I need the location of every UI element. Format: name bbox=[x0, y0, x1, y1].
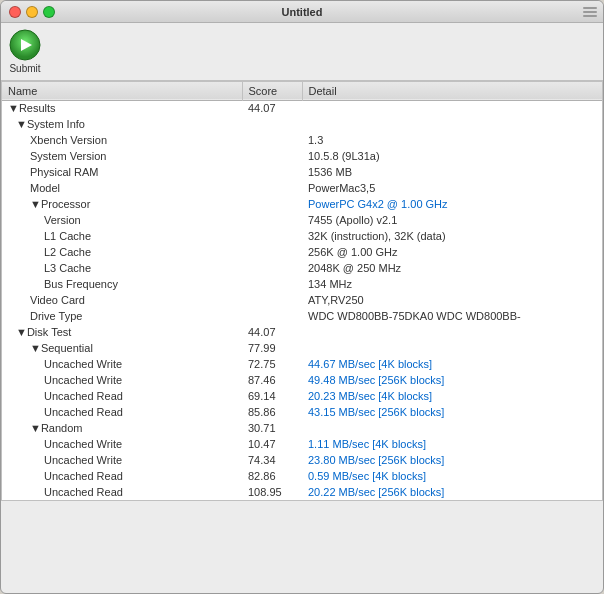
row-name: Physical RAM bbox=[2, 164, 242, 180]
row-detail: 2048K @ 250 MHz bbox=[302, 260, 603, 276]
row-detail bbox=[302, 116, 603, 132]
row-detail: 1536 MB bbox=[302, 164, 603, 180]
row-name: System Version bbox=[2, 148, 242, 164]
table-row: L2 Cache256K @ 1.00 GHz bbox=[2, 244, 603, 260]
row-detail: 23.80 MB/sec [256K blocks] bbox=[302, 452, 603, 468]
row-detail: 0.59 MB/sec [4K blocks] bbox=[302, 468, 603, 484]
row-score bbox=[242, 180, 302, 196]
row-name: ▼Sequential bbox=[2, 340, 242, 356]
col-header-name[interactable]: Name bbox=[2, 82, 242, 100]
row-score bbox=[242, 116, 302, 132]
row-detail: 134 MHz bbox=[302, 276, 603, 292]
row-score: 10.47 bbox=[242, 436, 302, 452]
row-name: ▼Results bbox=[2, 100, 242, 116]
row-score: 72.75 bbox=[242, 356, 302, 372]
row-score bbox=[242, 308, 302, 324]
row-name: Video Card bbox=[2, 292, 242, 308]
row-name: Uncached Write bbox=[2, 452, 242, 468]
close-button[interactable] bbox=[9, 6, 21, 18]
table-row: Uncached Write10.471.11 MB/sec [4K block… bbox=[2, 436, 603, 452]
row-name: L1 Cache bbox=[2, 228, 242, 244]
row-detail: 49.48 MB/sec [256K blocks] bbox=[302, 372, 603, 388]
row-detail: PowerPC G4x2 @ 1.00 GHz bbox=[302, 196, 603, 212]
table-row: ▼Results44.07 bbox=[2, 100, 603, 116]
row-detail: WDC WD800BB-75DKA0 WDC WD800BB- bbox=[302, 308, 603, 324]
row-score bbox=[242, 148, 302, 164]
row-name: ▼Processor bbox=[2, 196, 242, 212]
row-score bbox=[242, 132, 302, 148]
row-detail bbox=[302, 340, 603, 356]
row-name: Bus Frequency bbox=[2, 276, 242, 292]
row-name: Uncached Write bbox=[2, 372, 242, 388]
table-row: ▼Disk Test44.07 bbox=[2, 324, 603, 340]
row-detail bbox=[302, 100, 603, 116]
table-row: L1 Cache32K (instruction), 32K (data) bbox=[2, 228, 603, 244]
table-row: ModelPowerMac3,5 bbox=[2, 180, 603, 196]
table-row: Xbench Version1.3 bbox=[2, 132, 603, 148]
row-name: ▼Disk Test bbox=[2, 324, 242, 340]
maximize-button[interactable] bbox=[43, 6, 55, 18]
row-detail: 43.15 MB/sec [256K blocks] bbox=[302, 404, 603, 420]
table-header-row: Name Score Detail bbox=[2, 82, 603, 100]
row-name: Version bbox=[2, 212, 242, 228]
row-name: Model bbox=[2, 180, 242, 196]
row-detail: 10.5.8 (9L31a) bbox=[302, 148, 603, 164]
table-row: Uncached Write72.7544.67 MB/sec [4K bloc… bbox=[2, 356, 603, 372]
row-name: ▼Random bbox=[2, 420, 242, 436]
window-title: Untitled bbox=[282, 6, 323, 18]
row-score bbox=[242, 228, 302, 244]
resize-handle[interactable] bbox=[583, 6, 597, 18]
row-score: 77.99 bbox=[242, 340, 302, 356]
minimize-button[interactable] bbox=[26, 6, 38, 18]
main-window: Untitled Submit bbox=[0, 0, 604, 594]
submit-icon bbox=[9, 29, 41, 61]
row-detail bbox=[302, 420, 603, 436]
row-name: Uncached Read bbox=[2, 388, 242, 404]
table-row: Uncached Read69.1420.23 MB/sec [4K block… bbox=[2, 388, 603, 404]
row-name: Drive Type bbox=[2, 308, 242, 324]
row-detail: 20.23 MB/sec [4K blocks] bbox=[302, 388, 603, 404]
table-row: ▼ProcessorPowerPC G4x2 @ 1.00 GHz bbox=[2, 196, 603, 212]
row-score: 44.07 bbox=[242, 324, 302, 340]
row-detail: 7455 (Apollo) v2.1 bbox=[302, 212, 603, 228]
table-row: Uncached Read108.9520.22 MB/sec [256K bl… bbox=[2, 484, 603, 500]
row-detail: 32K (instruction), 32K (data) bbox=[302, 228, 603, 244]
results-table: Name Score Detail ▼Results44.07▼System I… bbox=[2, 82, 603, 500]
row-name: Uncached Read bbox=[2, 484, 242, 500]
row-score: 85.86 bbox=[242, 404, 302, 420]
col-header-detail[interactable]: Detail bbox=[302, 82, 603, 100]
row-name: Uncached Read bbox=[2, 404, 242, 420]
submit-button[interactable]: Submit bbox=[9, 29, 41, 74]
table-row: ▼Sequential77.99 bbox=[2, 340, 603, 356]
results-table-container[interactable]: Name Score Detail ▼Results44.07▼System I… bbox=[1, 81, 603, 501]
row-score: 69.14 bbox=[242, 388, 302, 404]
row-detail: PowerMac3,5 bbox=[302, 180, 603, 196]
row-score bbox=[242, 164, 302, 180]
row-detail: ATY,RV250 bbox=[302, 292, 603, 308]
row-detail: 1.3 bbox=[302, 132, 603, 148]
row-detail: 20.22 MB/sec [256K blocks] bbox=[302, 484, 603, 500]
toolbar: Submit bbox=[1, 23, 603, 81]
table-row: System Version10.5.8 (9L31a) bbox=[2, 148, 603, 164]
table-row: Uncached Read82.860.59 MB/sec [4K blocks… bbox=[2, 468, 603, 484]
row-score: 74.34 bbox=[242, 452, 302, 468]
table-row: Uncached Write74.3423.80 MB/sec [256K bl… bbox=[2, 452, 603, 468]
row-score: 87.46 bbox=[242, 372, 302, 388]
table-row: Version7455 (Apollo) v2.1 bbox=[2, 212, 603, 228]
row-name: Uncached Write bbox=[2, 436, 242, 452]
row-score: 108.95 bbox=[242, 484, 302, 500]
row-score bbox=[242, 244, 302, 260]
table-row: Uncached Write87.4649.48 MB/sec [256K bl… bbox=[2, 372, 603, 388]
titlebar: Untitled bbox=[1, 1, 603, 23]
window-controls bbox=[9, 6, 55, 18]
row-score bbox=[242, 212, 302, 228]
row-score: 82.86 bbox=[242, 468, 302, 484]
row-score: 30.71 bbox=[242, 420, 302, 436]
row-detail: 256K @ 1.00 GHz bbox=[302, 244, 603, 260]
row-score bbox=[242, 292, 302, 308]
table-row: ▼System Info bbox=[2, 116, 603, 132]
row-name: Uncached Read bbox=[2, 468, 242, 484]
row-score bbox=[242, 260, 302, 276]
col-header-score[interactable]: Score bbox=[242, 82, 302, 100]
row-name: Uncached Write bbox=[2, 356, 242, 372]
